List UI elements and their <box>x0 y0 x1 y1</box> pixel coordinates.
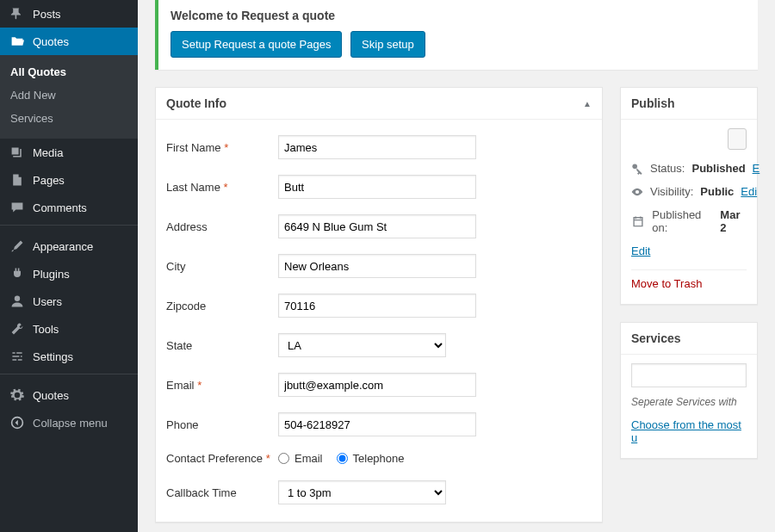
sidebar-item-quotes[interactable]: Quotes <box>0 28 138 55</box>
services-heading: Services <box>621 323 757 355</box>
services-hint: Seperate Services with <box>631 396 747 408</box>
sidebar-label: Media <box>33 146 63 159</box>
sidebar-label: Plugins <box>33 268 70 281</box>
services-input[interactable] <box>631 363 747 387</box>
sidebar-item-media[interactable]: Media <box>0 139 138 166</box>
label-contact-pref: Contact Preference * <box>166 452 278 465</box>
edit-status-link[interactable]: E <box>753 162 760 175</box>
email-input[interactable] <box>278 373 476 397</box>
user-icon <box>9 294 26 308</box>
sidebar-item-plugins[interactable]: Plugins <box>0 260 138 288</box>
phone-input[interactable] <box>278 412 476 436</box>
sliders-icon <box>9 350 26 363</box>
move-to-trash-link[interactable]: Move to Trash <box>631 277 702 290</box>
sidebar-sub-all-quotes[interactable]: All Quotes <box>0 60 138 84</box>
setup-pages-button[interactable]: Setup Request a quote Pages <box>170 31 342 58</box>
folder-open-icon <box>9 34 26 48</box>
contact-pref-email-radio[interactable] <box>278 453 289 464</box>
zipcode-input[interactable] <box>278 294 476 318</box>
contact-pref-telephone-radio[interactable] <box>337 453 348 464</box>
sidebar-item-pages[interactable]: Pages <box>0 166 138 194</box>
publish-heading: Publish <box>621 88 757 120</box>
publish-visibility-row: Visibility: Public Edi <box>631 180 747 203</box>
media-icon <box>9 145 26 159</box>
address-input[interactable] <box>278 214 476 238</box>
label-email: Email * <box>166 379 278 392</box>
sidebar-item-comments[interactable]: Comments <box>0 194 138 221</box>
contact-pref-telephone-label: Telephone <box>353 452 405 465</box>
plug-icon <box>9 267 26 281</box>
label-zipcode: Zipcode <box>166 300 278 312</box>
sidebar-label: Posts <box>33 8 61 21</box>
city-input[interactable] <box>278 254 476 278</box>
wrench-icon <box>9 322 26 336</box>
last-name-input[interactable] <box>278 175 476 199</box>
toggle-icon[interactable]: ▲ <box>583 99 592 108</box>
first-name-input[interactable] <box>278 135 476 159</box>
sidebar-label: Pages <box>33 174 65 187</box>
sidebar-label: Tools <box>33 323 59 336</box>
sidebar-label: Appearance <box>33 240 93 253</box>
sidebar-submenu-quotes: All Quotes Add New Services <box>0 55 138 139</box>
publish-date-row: Published on: Mar 2 <box>631 203 747 239</box>
sidebar-sub-add-new[interactable]: Add New <box>0 84 138 107</box>
key-icon <box>631 163 643 175</box>
collapse-menu[interactable]: Collapse menu <box>0 409 138 436</box>
edit-visibility-link[interactable]: Edi <box>741 185 757 198</box>
preview-button[interactable] <box>728 128 747 150</box>
sidebar-label: Settings <box>33 350 73 363</box>
quote-info-box: Quote Info ▲ First Name * Last Name * Ad… <box>155 87 603 523</box>
brush-icon <box>9 239 26 253</box>
pin-icon <box>9 7 26 21</box>
label-phone: Phone <box>166 418 278 431</box>
welcome-title: Welcome to Request a quote <box>170 9 746 22</box>
edit-date-link[interactable]: Edit <box>631 244 650 257</box>
sidebar-item-tools[interactable]: Tools <box>0 315 138 343</box>
gear-icon <box>9 388 26 402</box>
sidebar-item-quotes-2[interactable]: Quotes <box>0 381 138 409</box>
comment-icon <box>9 201 26 214</box>
sidebar-item-settings[interactable]: Settings <box>0 343 138 370</box>
sidebar-separator <box>0 374 138 378</box>
label-callback-time: Callback Time <box>166 486 278 499</box>
sidebar-label: Comments <box>33 201 87 214</box>
svg-point-0 <box>15 296 20 301</box>
quote-info-heading: Quote Info ▲ <box>156 88 602 120</box>
callback-time-select[interactable]: 1 to 3pm <box>278 480 446 504</box>
sidebar-item-appearance[interactable]: Appearance <box>0 232 138 260</box>
calendar-icon <box>631 215 645 227</box>
publish-status-row: Status: Published E <box>631 157 747 180</box>
main-content: Welcome to Request a quote Setup Request… <box>138 0 775 532</box>
label-last-name: Last Name * <box>166 181 278 194</box>
sidebar-separator <box>0 225 138 229</box>
label-city: City <box>166 260 278 273</box>
sidebar-label: Quotes <box>33 35 69 48</box>
state-select[interactable]: LA <box>278 333 446 357</box>
services-box: Services Seperate Services with Choose f… <box>620 322 758 459</box>
welcome-notice: Welcome to Request a quote Setup Request… <box>155 0 758 70</box>
publish-box: Publish Status: Published E <box>620 87 758 305</box>
collapse-icon <box>9 416 26 430</box>
page-icon <box>9 173 26 187</box>
contact-pref-email-label: Email <box>294 452 323 465</box>
sidebar-sub-services[interactable]: Services <box>0 107 138 130</box>
sidebar-item-users[interactable]: Users <box>0 288 138 315</box>
choose-services-link[interactable]: Choose from the most u <box>631 418 741 444</box>
label-first-name: First Name * <box>166 141 278 154</box>
svg-point-2 <box>632 164 637 169</box>
collapse-label: Collapse menu <box>33 417 108 430</box>
skip-setup-button[interactable]: Skip setup <box>350 31 425 58</box>
admin-sidebar: Posts Quotes All Quotes Add New Services… <box>0 0 138 532</box>
eye-icon <box>631 186 643 198</box>
label-state: State <box>166 339 278 352</box>
label-address: Address <box>166 220 278 233</box>
sidebar-item-posts[interactable]: Posts <box>0 0 138 28</box>
sidebar-label: Users <box>33 295 62 308</box>
sidebar-label: Quotes <box>33 389 69 402</box>
